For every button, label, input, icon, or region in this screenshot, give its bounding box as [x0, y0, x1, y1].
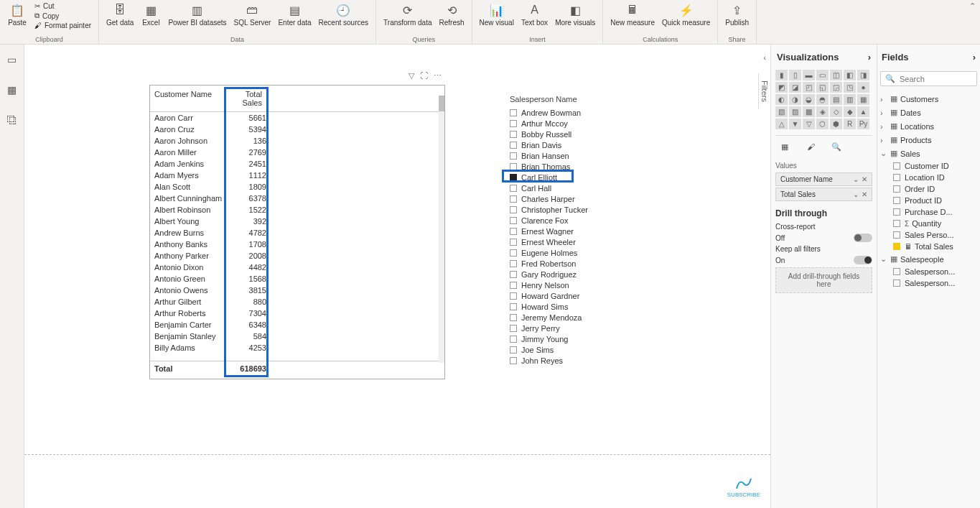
- model-view-button[interactable]: ⿻: [3, 111, 22, 129]
- format-tab-button[interactable]: 🖌: [804, 140, 817, 153]
- slicer-item[interactable]: Carl Hall: [510, 183, 653, 194]
- new-measure-button[interactable]: 🖩New measure: [607, 1, 658, 28]
- viz-type-button[interactable]: ◧: [844, 70, 856, 80]
- paste-button[interactable]: 📋 Paste: [4, 1, 30, 28]
- field-item[interactable]: 🖩Total Sales: [880, 241, 977, 252]
- fields-tab-button[interactable]: ▦: [778, 140, 791, 153]
- table-row[interactable]: Alan Scott1809: [150, 181, 444, 193]
- slicer-item[interactable]: Joe Sims: [510, 345, 653, 356]
- table-row[interactable]: Arthur Roberts7304: [150, 308, 444, 319]
- slicer-item[interactable]: Brian Hansen: [510, 151, 653, 162]
- viz-type-button[interactable]: ▮: [775, 70, 788, 80]
- format-painter-button[interactable]: 🖌Format painter: [32, 21, 94, 30]
- viz-type-button[interactable]: ◓: [816, 94, 829, 105]
- quick-measure-button[interactable]: ⚡Quick measure: [659, 1, 713, 28]
- viz-type-button[interactable]: ◳: [844, 82, 856, 93]
- viz-type-button[interactable]: ▯: [789, 70, 801, 80]
- viz-type-button[interactable]: ▭: [816, 70, 829, 80]
- excel-button[interactable]: ▦Excel: [138, 1, 164, 28]
- table-row[interactable]: Aaron Carr5661: [150, 112, 444, 124]
- table-row[interactable]: Antonio Owens3815: [150, 285, 444, 296]
- viz-type-button[interactable]: ●: [857, 82, 869, 93]
- viz-type-button[interactable]: ◈: [816, 106, 829, 117]
- slicer-item[interactable]: Brian Davis: [510, 140, 653, 151]
- field-item[interactable]: ΣQuantity: [880, 218, 977, 229]
- viz-type-button[interactable]: ▼: [789, 119, 801, 129]
- sql-server-button[interactable]: 🗃SQL Server: [231, 1, 274, 28]
- viz-type-button[interactable]: R: [844, 119, 856, 129]
- table-row[interactable]: Anthony Banks1708: [150, 239, 444, 250]
- column-header-customer[interactable]: Customer Name: [150, 86, 222, 111]
- viz-type-button[interactable]: ▨: [789, 106, 801, 117]
- table-row[interactable]: Antonio Dixon4482: [150, 262, 444, 273]
- chevron-down-icon[interactable]: ⌄: [853, 190, 859, 198]
- viz-type-button[interactable]: ⬡: [816, 119, 829, 129]
- table-row[interactable]: Adam Myers1112: [150, 170, 444, 181]
- field-item[interactable]: Sales Perso...: [880, 229, 977, 241]
- slicer-item[interactable]: Andrew Bowman: [510, 108, 653, 119]
- refresh-button[interactable]: ⟲Refresh: [437, 1, 467, 28]
- focus-icon[interactable]: ⛶: [419, 70, 429, 82]
- slicer-item[interactable]: Christopher Tucker: [510, 205, 653, 216]
- viz-type-button[interactable]: ▬: [803, 70, 815, 80]
- salesperson-slicer[interactable]: Salesperson Name Andrew BowmanArthur Mcc…: [510, 95, 653, 366]
- viz-type-button[interactable]: Py: [857, 119, 869, 129]
- enter-data-button[interactable]: ▤Enter data: [275, 1, 314, 28]
- slicer-item[interactable]: Howard Gardner: [510, 291, 653, 302]
- field-item[interactable]: Purchase D...: [880, 206, 977, 218]
- slicer-item[interactable]: Ernest Wagner: [510, 226, 653, 237]
- viz-type-button[interactable]: ◩: [775, 82, 788, 93]
- viz-type-button[interactable]: ◱: [816, 82, 829, 93]
- table-row[interactable]: Albert Robinson1522: [150, 204, 444, 216]
- field-item[interactable]: Product ID: [880, 195, 977, 206]
- viz-type-button[interactable]: ◫: [830, 70, 842, 80]
- field-table-sales[interactable]: ⌄▦Sales: [880, 147, 977, 160]
- slicer-item[interactable]: Arthur Mccoy: [510, 119, 653, 129]
- field-well-customer-name[interactable]: Customer Name⌄✕: [775, 172, 872, 186]
- data-view-button[interactable]: ▦: [3, 80, 22, 99]
- slicer-item[interactable]: Howard Sims: [510, 302, 653, 313]
- viz-type-button[interactable]: ◒: [803, 94, 815, 105]
- viz-type-button[interactable]: ◇: [830, 106, 842, 117]
- more-visuals-button[interactable]: ◧More visuals: [552, 1, 598, 28]
- field-item[interactable]: Salesperson...: [880, 266, 977, 277]
- column-header-total-sales[interactable]: Total Sales: [222, 86, 266, 111]
- field-table-locations[interactable]: ›▦Locations: [880, 119, 977, 133]
- table-row[interactable]: Benjamin Stanley584: [150, 331, 444, 342]
- remove-field-icon[interactable]: ✕: [862, 190, 867, 198]
- viz-type-button[interactable]: ⬢: [830, 119, 842, 129]
- chevron-right-icon[interactable]: ›: [868, 52, 871, 63]
- table-row[interactable]: Aaron Johnson136: [150, 135, 444, 147]
- field-item[interactable]: Customer ID: [880, 160, 977, 172]
- viz-type-button[interactable]: ◑: [789, 94, 801, 105]
- chevron-right-icon[interactable]: ›: [973, 52, 976, 63]
- slicer-item[interactable]: Jimmy Young: [510, 334, 653, 345]
- slicer-item[interactable]: Carl Elliott: [510, 172, 653, 183]
- slicer-item[interactable]: Charles Harper: [510, 194, 653, 205]
- viz-type-button[interactable]: ▦: [857, 94, 869, 105]
- filters-pane-tab[interactable]: Filters: [758, 73, 770, 109]
- viz-type-button[interactable]: ◆: [844, 106, 856, 117]
- pbi-datasets-button[interactable]: ▥Power BI datasets: [165, 1, 229, 28]
- slicer-item[interactable]: John Reyes: [510, 356, 653, 366]
- table-row[interactable]: Albert Young392: [150, 216, 444, 227]
- get-data-button[interactable]: 🗄Get data: [103, 1, 136, 28]
- filter-icon[interactable]: ▽: [407, 70, 416, 82]
- transform-data-button[interactable]: ⟳Transform data: [381, 1, 434, 28]
- viz-type-button[interactable]: ◨: [857, 70, 869, 80]
- field-item[interactable]: Salesperson...: [880, 277, 977, 289]
- slicer-item[interactable]: Jerry Perry: [510, 323, 653, 334]
- slicer-item[interactable]: Brian Thomas: [510, 162, 653, 172]
- table-row[interactable]: Antonio Green1568: [150, 273, 444, 285]
- field-table-products[interactable]: ›▦Products: [880, 133, 977, 147]
- report-view-button[interactable]: ▭: [3, 50, 22, 69]
- expand-filters-arrow[interactable]: ‹: [763, 53, 766, 62]
- slicer-item[interactable]: Bobby Russell: [510, 129, 653, 140]
- slicer-item[interactable]: Jeremy Mendoza: [510, 313, 653, 323]
- field-item[interactable]: Order ID: [880, 183, 977, 195]
- slicer-item[interactable]: Clarence Fox: [510, 216, 653, 226]
- viz-type-button[interactable]: △: [775, 119, 788, 129]
- table-row[interactable]: Arthur Gilbert880: [150, 296, 444, 308]
- scrollbar-thumb[interactable]: [439, 96, 444, 111]
- viz-type-button[interactable]: ◰: [803, 82, 815, 93]
